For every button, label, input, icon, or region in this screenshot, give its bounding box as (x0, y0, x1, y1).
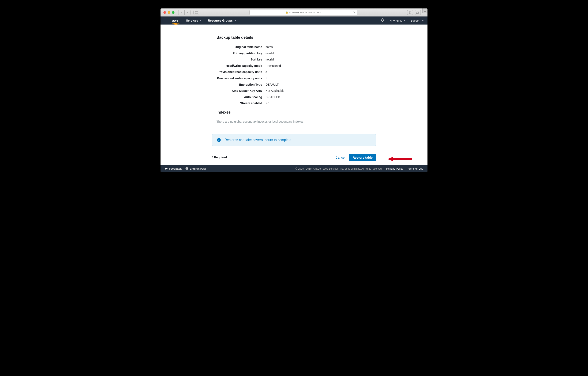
detail-row: Provisioned read capacity units5 (217, 70, 371, 74)
detail-row: Provisioned write capacity units5 (217, 76, 371, 81)
support-menu[interactable]: Support (410, 19, 424, 22)
detail-row: Primary partition keyuserId (217, 51, 371, 55)
detail-key: KMS Master Key ARN (217, 89, 265, 93)
detail-value: Not Applicable (265, 89, 284, 93)
nav-back-forward: ‹ › (178, 10, 190, 15)
detail-value: notes (265, 45, 273, 49)
detail-row: Encryption TypeDEFAULT (217, 83, 371, 87)
titlebar: ‹ › 🔒 console.aws.amazon.com ⟳ + (160, 9, 428, 16)
detail-key: Provisioned write capacity units (217, 76, 265, 81)
detail-row: KMS Master Key ARNNot Applicable (217, 89, 371, 93)
fullscreen-window-button[interactable] (172, 11, 174, 14)
detail-row: Original table namenotes (217, 45, 371, 49)
services-menu[interactable]: Services (186, 19, 202, 22)
detail-value: 5 (265, 76, 267, 81)
resource-groups-label: Resource Groups (208, 19, 232, 22)
action-row: * Required Cancel Restore table (212, 150, 376, 161)
detail-key: Encryption Type (217, 83, 265, 87)
detail-value: No (265, 101, 269, 106)
lock-icon: 🔒 (285, 11, 288, 13)
minimize-window-button[interactable] (168, 11, 170, 14)
close-window-button[interactable] (163, 11, 166, 14)
terms-link[interactable]: Terms of Use (407, 167, 423, 170)
chevron-down-icon (404, 20, 406, 21)
aws-footer: Feedback English (US) © 2008 - 2018, Ama… (160, 165, 428, 172)
backup-details-panel: Backup table details Original table name… (212, 32, 376, 130)
main-content: Backup table details Original table name… (160, 24, 428, 161)
detail-value: 5 (265, 70, 267, 74)
detail-key: Stream enabled (217, 101, 265, 106)
panel-title: Backup table details (217, 35, 371, 40)
url-text: console.aws.amazon.com (289, 11, 321, 14)
svg-rect-0 (195, 11, 198, 13)
detail-value: DEFAULT (265, 83, 279, 87)
indexes-empty-text: There are no global secondary indexes or… (217, 120, 371, 123)
chevron-down-icon (234, 20, 236, 21)
detail-row: Sort keynoteId (217, 57, 371, 62)
chevron-down-icon (200, 20, 201, 21)
svg-point-7 (165, 168, 168, 169)
support-label: Support (410, 19, 420, 22)
info-text: Restores can take several hours to compl… (224, 138, 292, 142)
tabs-button[interactable] (415, 10, 421, 15)
detail-value: DISABLED (265, 95, 280, 100)
forward-button[interactable]: › (184, 10, 190, 15)
reload-icon[interactable]: ⟳ (353, 11, 355, 14)
chevron-down-icon (422, 20, 424, 21)
detail-key: Sort key (217, 57, 265, 62)
share-button[interactable] (407, 10, 413, 15)
svg-rect-4 (416, 12, 418, 13)
detail-key: Read/write capacity mode (217, 64, 265, 68)
detail-key: Original table name (217, 45, 265, 49)
language-selector[interactable]: English (US) (185, 167, 206, 170)
browser-window: ‹ › 🔒 console.aws.amazon.com ⟳ + aws (160, 9, 428, 172)
feedback-label: Feedback (169, 167, 182, 170)
address-bar[interactable]: 🔒 console.aws.amazon.com ⟳ (249, 10, 357, 15)
feedback-link[interactable]: Feedback (165, 167, 182, 170)
detail-row: Read/write capacity modeProvisioned (217, 64, 371, 68)
detail-value: noteId (265, 57, 274, 62)
detail-key: Auto Scaling (217, 95, 265, 100)
required-label: * Required (212, 156, 227, 159)
svg-rect-5 (417, 11, 419, 13)
info-icon: i (217, 138, 221, 142)
resource-groups-menu[interactable]: Resource Groups (208, 19, 236, 22)
restore-table-button[interactable]: Restore table (349, 154, 376, 161)
services-label: Services (186, 19, 198, 22)
new-tab-button[interactable]: + (422, 9, 428, 13)
traffic-lights (163, 11, 174, 14)
indexes-heading: Indexes (217, 110, 371, 115)
detail-row: Stream enabledNo (217, 101, 371, 106)
copyright-text: © 2008 - 2018, Amazon Web Services, Inc.… (295, 167, 382, 170)
info-box: i Restores can take several hours to com… (212, 134, 376, 146)
detail-row: Auto ScalingDISABLED (217, 95, 371, 100)
detail-key: Primary partition key (217, 51, 265, 55)
region-label: N. Virginia (390, 19, 402, 22)
sidebar-toggle-button[interactable] (193, 10, 200, 15)
aws-logo[interactable]: aws (172, 18, 178, 23)
detail-key: Provisioned read capacity units (217, 70, 265, 74)
detail-value: userId (265, 51, 274, 55)
cancel-button[interactable]: Cancel (336, 156, 345, 159)
region-menu[interactable]: N. Virginia (390, 19, 406, 22)
detail-value: Provisioned (265, 64, 281, 68)
privacy-link[interactable]: Privacy Policy (386, 167, 403, 170)
aws-header: aws Services Resource Groups N. Virginia… (160, 16, 428, 24)
notifications-icon[interactable] (381, 18, 384, 23)
back-button[interactable]: ‹ (178, 10, 184, 15)
language-label: English (US) (190, 167, 206, 170)
